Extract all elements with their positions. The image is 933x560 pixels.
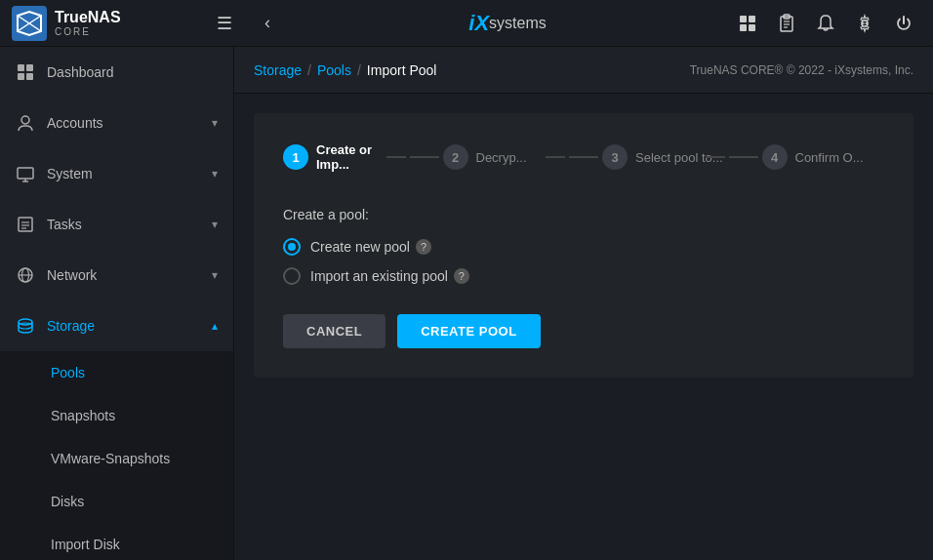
svg-rect-6 xyxy=(740,24,747,31)
svg-rect-5 xyxy=(749,16,755,22)
content-area: Storage / Pools / Import Pool TrueNAS CO… xyxy=(234,47,933,560)
accounts-icon xyxy=(16,113,35,133)
dashboard-label: Dashboard xyxy=(47,64,218,80)
breadcrumb-storage[interactable]: Storage xyxy=(254,62,302,78)
disks-label: Disks xyxy=(51,494,84,509)
step-3-label: Select pool to... xyxy=(635,150,723,165)
bell-icon xyxy=(816,14,835,33)
create-new-pool-help-icon[interactable]: ? xyxy=(416,239,431,255)
step-2-label: Decryp... xyxy=(476,150,527,165)
trident-icon-button[interactable] xyxy=(730,6,765,41)
tasks-chevron: ▾ xyxy=(212,218,218,231)
network-label: Network xyxy=(47,267,200,283)
breadcrumb: Storage / Pools / Import Pool xyxy=(254,62,436,78)
svg-point-18 xyxy=(21,116,29,124)
system-label: System xyxy=(47,166,200,181)
sidebar-item-dashboard[interactable]: Dashboard xyxy=(0,47,233,98)
step-3-circle: 3 xyxy=(602,144,628,170)
wizard-button-row: CANCEL CREATE POOL xyxy=(283,314,884,348)
sidebar-sub-item-vmware-snapshots[interactable]: VMware-Snapshots xyxy=(0,437,233,480)
truenas-logo-icon xyxy=(12,6,47,41)
svg-point-30 xyxy=(19,323,32,329)
sidebar-sub-item-import-disk[interactable]: Import Disk xyxy=(0,523,233,560)
truenas-edition: CORE xyxy=(55,26,121,37)
import-existing-pool-help-icon[interactable]: ? xyxy=(454,268,469,284)
wizard-stepper: 1 Create or Imp... 2 Decryp... xyxy=(283,142,884,172)
sidebar-item-accounts[interactable]: Accounts ▾ xyxy=(0,98,233,148)
topbar: TrueNAS CORE ☰ ‹ iX systems xyxy=(0,0,933,47)
step-connector-3 xyxy=(729,156,758,158)
breadcrumb-current: Import Pool xyxy=(367,62,437,78)
accounts-label: Accounts xyxy=(47,115,200,131)
copyright-text: TrueNAS CORE® © 2022 - iXsystems, Inc. xyxy=(690,63,913,77)
systems-text: systems xyxy=(489,15,547,32)
notifications-button[interactable] xyxy=(808,6,843,41)
sidebar-item-network[interactable]: Network ▾ xyxy=(0,250,233,300)
storage-submenu: Pools Snapshots VMware-Snapshots Disks I… xyxy=(0,351,233,560)
ix-systems-brand: iX systems xyxy=(285,11,730,36)
trident-icon xyxy=(738,14,757,33)
cancel-button[interactable]: CANCEL xyxy=(283,314,385,348)
step-4-circle: 4 xyxy=(762,144,788,170)
sidebar-item-tasks[interactable]: Tasks ▾ xyxy=(0,199,233,250)
storage-label: Storage xyxy=(47,318,200,334)
menu-toggle-button[interactable]: ☰ xyxy=(207,6,242,41)
import-existing-pool-option[interactable]: Import an existing pool ? xyxy=(283,267,884,285)
sidebar-sub-item-pools[interactable]: Pools xyxy=(0,351,233,394)
back-button[interactable]: ‹ xyxy=(250,6,285,41)
main-layout: Dashboard Accounts ▾ System ▾ Tasks ▾ xyxy=(0,47,933,560)
breadcrumb-sep-2: / xyxy=(357,62,361,78)
create-new-pool-option[interactable]: Create new pool ? xyxy=(283,238,884,256)
import-existing-pool-radio[interactable] xyxy=(283,267,301,285)
breadcrumb-pools[interactable]: Pools xyxy=(317,62,351,78)
import-disk-label: Import Disk xyxy=(51,537,120,552)
truenas-wordmark: TrueNAS CORE xyxy=(55,9,121,37)
breadcrumb-sep-1: / xyxy=(307,62,311,78)
truenas-name: TrueNAS xyxy=(55,9,121,26)
svg-rect-17 xyxy=(26,73,33,80)
gear-icon xyxy=(855,14,874,33)
vmware-snapshots-label: VMware-Snapshots xyxy=(51,451,170,466)
topbar-actions xyxy=(730,6,921,41)
network-chevron: ▾ xyxy=(212,268,218,282)
create-new-pool-radio[interactable] xyxy=(283,238,301,256)
sidebar-sub-item-snapshots[interactable]: Snapshots xyxy=(0,394,233,437)
svg-rect-14 xyxy=(18,64,24,71)
step-1-label: Create or Imp... xyxy=(316,142,406,172)
import-existing-pool-label: Import an existing pool ? xyxy=(310,268,469,284)
breadcrumb-bar: Storage / Pools / Import Pool TrueNAS CO… xyxy=(234,47,933,94)
pools-label: Pools xyxy=(51,365,85,380)
snapshots-label: Snapshots xyxy=(51,408,115,423)
step-1-circle: 1 xyxy=(283,144,308,170)
step-connector-1 xyxy=(410,156,439,158)
wizard-step-2: 2 Decryp... xyxy=(443,144,566,170)
svg-rect-7 xyxy=(749,24,755,31)
pool-type-radio-group: Create new pool ? Import an existing poo… xyxy=(283,238,884,285)
create-new-pool-label: Create new pool ? xyxy=(310,239,431,255)
svg-rect-19 xyxy=(18,168,33,179)
storage-chevron: ▴ xyxy=(212,319,218,333)
step-2-circle: 2 xyxy=(443,144,468,170)
dashboard-icon xyxy=(16,62,35,82)
svg-rect-15 xyxy=(26,64,33,71)
clipboard-icon-button[interactable] xyxy=(769,6,804,41)
create-pool-button[interactable]: CREATE POOL xyxy=(397,314,540,348)
wizard-form: Create a pool: Create new pool ? xyxy=(283,207,884,285)
wizard-step-3: 3 Select pool to... xyxy=(602,144,725,170)
sidebar-sub-item-disks[interactable]: Disks xyxy=(0,480,233,523)
sidebar-item-system[interactable]: System ▾ xyxy=(0,148,233,199)
step-connector-2 xyxy=(569,156,598,158)
tasks-icon xyxy=(16,215,35,234)
system-chevron: ▾ xyxy=(212,167,218,180)
svg-rect-22 xyxy=(19,218,32,231)
form-section-title: Create a pool: xyxy=(283,207,884,222)
power-button[interactable] xyxy=(886,6,921,41)
settings-button[interactable] xyxy=(847,6,882,41)
step-4-label: Confirm O... xyxy=(795,150,864,165)
network-icon xyxy=(16,265,35,285)
wizard-step-4: 4 Confirm O... xyxy=(762,144,885,170)
sidebar-item-storage[interactable]: Storage ▴ xyxy=(0,300,233,351)
storage-icon xyxy=(16,316,35,336)
ix-logo: iX xyxy=(468,11,489,36)
page-content: 1 Create or Imp... 2 Decryp... xyxy=(234,94,933,560)
